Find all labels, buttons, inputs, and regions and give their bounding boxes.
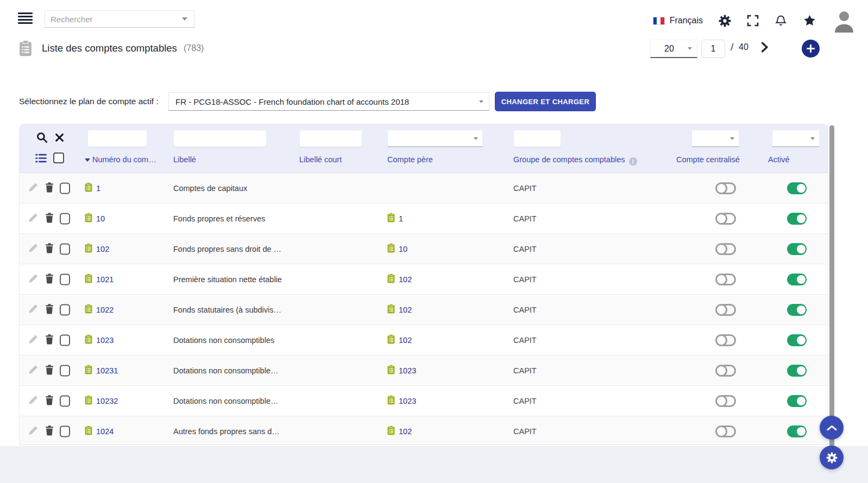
active-toggle-on[interactable]	[787, 243, 807, 255]
centralized-toggle-off[interactable]	[719, 243, 736, 255]
notifications-bell-icon[interactable]	[775, 15, 787, 27]
edit-pencil-icon[interactable]	[28, 243, 39, 255]
vertical-scrollbar[interactable]	[829, 125, 834, 461]
centralized-toggle-off[interactable]	[719, 365, 736, 377]
add-record-button[interactable]	[802, 40, 820, 58]
delete-trash-icon[interactable]	[45, 182, 54, 194]
parent-account-link[interactable]: 102	[399, 336, 412, 345]
filter-centralized[interactable]	[691, 130, 739, 147]
active-toggle-on[interactable]	[787, 395, 807, 407]
parent-account-cell[interactable]: 102	[387, 274, 412, 285]
centralized-toggle-off[interactable]	[719, 425, 736, 437]
row-checkbox[interactable]	[60, 365, 70, 376]
centralized-toggle-off[interactable]	[719, 182, 736, 194]
parent-account-cell[interactable]: 1023	[387, 365, 416, 377]
delete-trash-icon[interactable]	[45, 243, 54, 255]
parent-account-link[interactable]: 1023	[399, 397, 416, 405]
parent-account-link[interactable]: 102	[399, 275, 412, 284]
delete-trash-icon[interactable]	[45, 334, 54, 346]
info-icon[interactable]	[629, 157, 637, 166]
fullscreen-icon[interactable]	[747, 15, 759, 27]
row-checkbox[interactable]	[60, 304, 70, 315]
scroll-to-top-button[interactable]	[820, 416, 844, 440]
account-number-cell[interactable]: 10232	[85, 395, 118, 407]
parent-account-cell[interactable]: 102	[387, 304, 412, 316]
account-number-cell[interactable]: 1022	[85, 304, 114, 316]
account-number-cell[interactable]: 102	[85, 243, 109, 255]
filter-label[interactable]	[173, 130, 267, 147]
delete-trash-icon[interactable]	[45, 303, 54, 316]
parent-account-cell[interactable]: 10	[387, 243, 407, 255]
active-toggle-on[interactable]	[787, 213, 807, 225]
centralized-toggle-off[interactable]	[719, 334, 736, 346]
next-page-button[interactable]	[760, 42, 770, 53]
filter-active[interactable]	[772, 130, 820, 147]
column-header-label[interactable]: Libellé	[173, 155, 196, 164]
select-all-checkbox[interactable]	[53, 152, 64, 163]
parent-account-link[interactable]: 102	[399, 427, 412, 436]
hamburger-menu-icon[interactable]	[18, 12, 33, 24]
clear-filter-close-icon[interactable]	[55, 134, 64, 143]
user-avatar[interactable]	[832, 9, 856, 33]
current-page-input[interactable]	[701, 40, 725, 58]
account-number-link[interactable]: 1022	[96, 306, 114, 314]
edit-pencil-icon[interactable]	[28, 212, 39, 225]
active-toggle-on[interactable]	[787, 365, 807, 377]
active-toggle-on[interactable]	[787, 182, 807, 194]
column-header-centralized[interactable]: Compte centralisé	[676, 155, 740, 164]
account-number-cell[interactable]: 1023	[85, 334, 114, 346]
delete-trash-icon[interactable]	[45, 395, 54, 407]
parent-account-cell[interactable]: 102	[387, 425, 412, 437]
column-header-active[interactable]: Activé	[768, 155, 790, 164]
account-number-link[interactable]: 1023	[96, 336, 114, 345]
settings-gear-icon[interactable]	[719, 15, 731, 27]
account-number-link[interactable]: 10	[96, 214, 105, 223]
delete-trash-icon[interactable]	[45, 364, 54, 377]
parent-account-link[interactable]: 102	[399, 306, 412, 314]
row-checkbox[interactable]	[60, 243, 70, 255]
active-toggle-on[interactable]	[787, 334, 807, 346]
favorites-star-icon[interactable]	[803, 14, 816, 27]
column-header-account-group[interactable]: Groupe de comptes comptables	[513, 155, 637, 166]
column-header-number[interactable]: Numéro du com…	[92, 155, 156, 164]
language-selector[interactable]: Français	[653, 16, 703, 26]
global-search-combo[interactable]	[45, 10, 194, 28]
account-number-link[interactable]: 1024	[96, 427, 114, 436]
account-number-link[interactable]: 102	[96, 245, 109, 253]
account-number-cell[interactable]: 10231	[85, 365, 118, 377]
edit-pencil-icon[interactable]	[28, 303, 39, 316]
account-number-link[interactable]: 10231	[96, 366, 118, 375]
edit-pencil-icon[interactable]	[28, 334, 39, 346]
account-number-link[interactable]: 1021	[96, 275, 114, 284]
filter-parent-account[interactable]	[387, 130, 483, 147]
row-checkbox[interactable]	[60, 395, 70, 406]
account-number-link[interactable]: 10232	[96, 397, 118, 405]
search-input[interactable]	[45, 15, 182, 24]
parent-account-cell[interactable]: 1023	[387, 395, 416, 407]
filter-number[interactable]	[87, 130, 147, 147]
row-checkbox[interactable]	[60, 274, 70, 285]
change-and-load-button[interactable]: CHANGER ET CHARGER	[495, 92, 596, 111]
account-number-cell[interactable]: 1	[85, 182, 100, 194]
delete-trash-icon[interactable]	[45, 273, 54, 285]
row-checkbox[interactable]	[60, 334, 70, 346]
edit-pencil-icon[interactable]	[28, 364, 39, 377]
account-number-link[interactable]: 1	[96, 184, 100, 193]
parent-account-link[interactable]: 1023	[399, 366, 416, 375]
page-size-select[interactable]: 20	[650, 40, 697, 58]
parent-account-cell[interactable]: 102	[387, 334, 412, 346]
filter-short-label[interactable]	[299, 130, 362, 147]
centralized-toggle-off[interactable]	[719, 213, 736, 225]
centralized-toggle-off[interactable]	[719, 274, 736, 285]
active-toggle-on[interactable]	[787, 304, 807, 316]
list-view-icon[interactable]	[35, 154, 47, 164]
centralized-toggle-off[interactable]	[719, 304, 736, 316]
edit-pencil-icon[interactable]	[28, 182, 39, 194]
parent-account-link[interactable]: 10	[399, 245, 407, 253]
row-checkbox[interactable]	[60, 425, 70, 437]
apply-filter-search-icon[interactable]	[36, 132, 48, 145]
row-checkbox[interactable]	[60, 213, 70, 224]
delete-trash-icon[interactable]	[45, 425, 54, 437]
edit-pencil-icon[interactable]	[28, 395, 39, 407]
row-checkbox[interactable]	[60, 182, 70, 194]
